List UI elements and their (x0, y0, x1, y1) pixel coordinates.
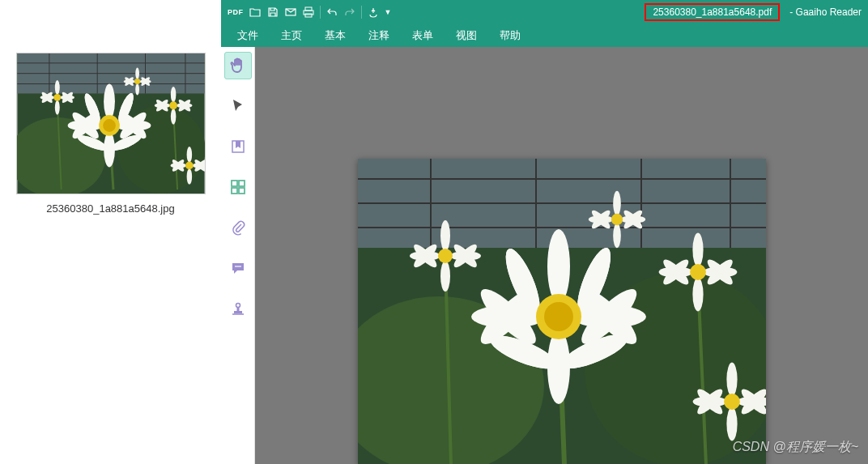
sidebar-tools (221, 47, 255, 464)
print-icon[interactable] (302, 6, 315, 19)
menu-view[interactable]: 视图 (445, 25, 488, 46)
svg-point-96 (547, 229, 570, 304)
svg-point-67 (185, 162, 193, 170)
thumbnail-image (17, 53, 205, 194)
svg-point-78 (236, 304, 240, 308)
pdf-badge: PDF (228, 8, 244, 16)
toolbar-separator (361, 6, 362, 19)
page-image (358, 159, 766, 464)
svg-point-136 (692, 278, 703, 312)
svg-point-31 (103, 119, 116, 132)
redo-icon[interactable] (343, 6, 356, 19)
svg-point-50 (170, 87, 176, 103)
svg-rect-75 (232, 188, 237, 194)
svg-point-127 (613, 223, 621, 248)
svg-point-58 (169, 101, 177, 109)
menu-annotate[interactable]: 注释 (357, 25, 401, 46)
svg-point-41 (135, 68, 139, 79)
toolbar-separator (320, 6, 321, 19)
undo-icon[interactable] (326, 6, 338, 19)
svg-rect-74 (239, 181, 245, 186)
menu-bar: 文件 主页 基本 注释 表单 视图 帮助 (221, 24, 868, 47)
hand-tool-button[interactable] (224, 52, 252, 79)
touch-icon[interactable] (367, 6, 380, 19)
svg-rect-80 (234, 311, 242, 313)
file-name-label: 25360380_1a881a5648.jpg (46, 202, 174, 215)
app-name-label: - Gaaiho Reader (789, 6, 862, 18)
svg-point-145 (726, 407, 737, 441)
dropdown-caret-icon[interactable]: ▼ (385, 8, 392, 16)
svg-rect-76 (239, 188, 245, 194)
svg-point-141 (726, 363, 737, 397)
svg-point-54 (170, 109, 176, 125)
svg-point-118 (440, 261, 450, 292)
svg-point-32 (54, 80, 59, 95)
svg-point-149 (724, 394, 740, 410)
menu-file[interactable]: 文件 (226, 25, 270, 46)
svg-rect-69 (305, 7, 312, 11)
svg-point-132 (692, 233, 703, 267)
stamp-tool-button[interactable] (224, 295, 252, 322)
svg-rect-79 (236, 307, 239, 311)
workspace: CSDN @程序媛一枚~ (221, 47, 868, 464)
thumbnails-icon (230, 179, 246, 195)
file-explorer-panel: 25360380_1a881a5648.jpg (0, 0, 221, 464)
open-folder-icon[interactable] (249, 6, 262, 19)
svg-point-59 (186, 147, 192, 163)
stamp-icon (230, 300, 246, 317)
svg-rect-73 (232, 181, 237, 186)
bookmark-tool-button[interactable] (224, 133, 252, 160)
title-bar: PDF ▼ 25360380_1a881a5648.pdf - Gaaiho R… (221, 0, 868, 24)
select-tool-button[interactable] (224, 92, 252, 120)
svg-point-45 (135, 83, 139, 95)
menu-help[interactable]: 帮助 (488, 25, 532, 46)
attachment-tool-button[interactable] (224, 214, 252, 241)
email-icon[interactable] (284, 6, 297, 19)
svg-point-123 (613, 191, 621, 215)
pdf-reader-window: PDF ▼ 25360380_1a881a5648.pdf - Gaaiho R… (221, 0, 868, 464)
save-icon[interactable] (266, 6, 279, 19)
svg-point-122 (438, 249, 453, 263)
svg-point-63 (186, 168, 192, 185)
svg-point-49 (134, 79, 140, 84)
arrow-icon (230, 98, 246, 114)
svg-point-131 (611, 214, 622, 225)
document-page (358, 159, 766, 464)
menu-forms[interactable]: 表单 (401, 25, 445, 46)
svg-point-36 (54, 100, 59, 115)
menu-basic[interactable]: 基本 (313, 25, 357, 46)
bookmark-icon (230, 138, 246, 155)
svg-point-14 (104, 84, 115, 119)
file-thumbnail[interactable] (16, 53, 206, 194)
hand-icon (228, 56, 248, 75)
svg-point-113 (544, 302, 573, 331)
svg-point-40 (53, 94, 61, 101)
document-title: 25360380_1a881a5648.pdf (645, 3, 780, 21)
svg-point-114 (440, 220, 450, 251)
comment-icon (230, 260, 246, 276)
attachment-icon (230, 219, 246, 236)
menu-home[interactable]: 主页 (270, 25, 313, 46)
svg-point-140 (690, 264, 706, 280)
comment-tool-button[interactable] (224, 254, 252, 282)
document-viewport[interactable]: CSDN @程序媛一枚~ (255, 47, 868, 464)
thumbnails-tool-button[interactable] (224, 173, 252, 201)
